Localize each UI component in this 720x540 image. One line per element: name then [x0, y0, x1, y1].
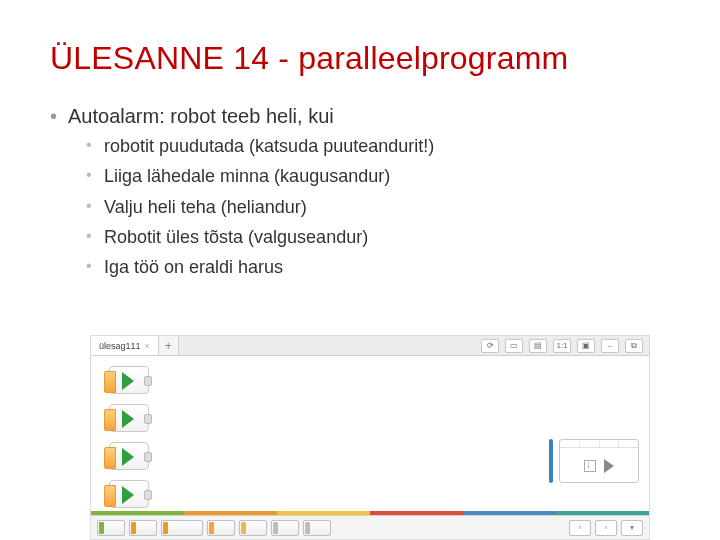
close-icon[interactable]: × [145, 341, 150, 351]
toolbar-button[interactable]: ⟳ [481, 339, 499, 353]
play-icon [122, 486, 134, 504]
bullet-main: Autoalarm: robot teeb heli, kui robotit … [50, 105, 680, 279]
toolbar-button[interactable]: – [601, 339, 619, 353]
start-block[interactable] [109, 366, 149, 394]
toolbar-button[interactable]: ▭ [505, 339, 523, 353]
palette-expand[interactable]: ▾ [621, 520, 643, 536]
slide-title: ÜLESANNE 14 - paralleelprogramm [50, 40, 680, 77]
palette-block[interactable] [161, 520, 203, 536]
divider [549, 439, 553, 483]
connector-icon [144, 490, 152, 500]
run-icon[interactable] [604, 459, 614, 473]
sub-bullet: Robotit üles tõsta (valguseandur) [86, 225, 680, 249]
toolbar-button[interactable]: ⧉ [625, 339, 643, 353]
sub-bullet: Liiga lähedale minna (kaugusandur) [86, 164, 680, 188]
play-icon [122, 372, 134, 390]
tab-label: ülesag111 [99, 341, 141, 351]
palette-block[interactable] [239, 520, 267, 536]
toolbar-button[interactable]: ▣ [577, 339, 595, 353]
program-tab[interactable]: ülesag111 × [91, 336, 159, 355]
bullet-main-text: Autoalarm: robot teeb heli, kui [68, 105, 334, 127]
start-block[interactable] [109, 404, 149, 432]
download-panel [559, 439, 639, 483]
canvas-toolbar: ⟳ ▭ ▤ 1:1 ▣ – ⧉ [481, 336, 649, 355]
toolbar-button[interactable]: 1:1 [553, 339, 571, 353]
sub-bullet: robotit puudutada (katsuda puuteandurit!… [86, 134, 680, 158]
palette-block[interactable] [97, 520, 125, 536]
connector-icon [144, 452, 152, 462]
palette-block[interactable] [303, 520, 331, 536]
download-icon[interactable] [584, 460, 596, 472]
slide: ÜLESANNE 14 - paralleelprogramm Autoalar… [0, 0, 720, 540]
add-tab-button[interactable]: + [159, 336, 179, 355]
palette-scroll-right[interactable]: › [595, 520, 617, 536]
palette-scroll-left[interactable]: ‹ [569, 520, 591, 536]
ide-screenshot: ülesag111 × + ⟳ ▭ ▤ 1:1 ▣ – ⧉ [90, 335, 650, 540]
toolbar-button[interactable]: ▤ [529, 339, 547, 353]
start-block[interactable] [109, 480, 149, 508]
tab-strip: ülesag111 × + ⟳ ▭ ▤ 1:1 ▣ – ⧉ [91, 336, 649, 356]
program-canvas[interactable] [91, 356, 649, 515]
connector-icon [144, 414, 152, 424]
palette-block[interactable] [271, 520, 299, 536]
palette-block[interactable] [129, 520, 157, 536]
connector-icon [144, 376, 152, 386]
download-panel-tabs [560, 440, 638, 448]
play-icon [122, 410, 134, 428]
play-icon [122, 448, 134, 466]
bullet-sublist: robotit puudutada (katsuda puuteandurit!… [68, 134, 680, 279]
bullet-list: Autoalarm: robot teeb heli, kui robotit … [50, 105, 680, 279]
sub-bullet: Valju heli teha (heliandur) [86, 195, 680, 219]
block-palette: ‹ › ▾ [91, 515, 649, 539]
start-block[interactable] [109, 442, 149, 470]
sub-bullet: Iga töö on eraldi harus [86, 255, 680, 279]
palette-block[interactable] [207, 520, 235, 536]
